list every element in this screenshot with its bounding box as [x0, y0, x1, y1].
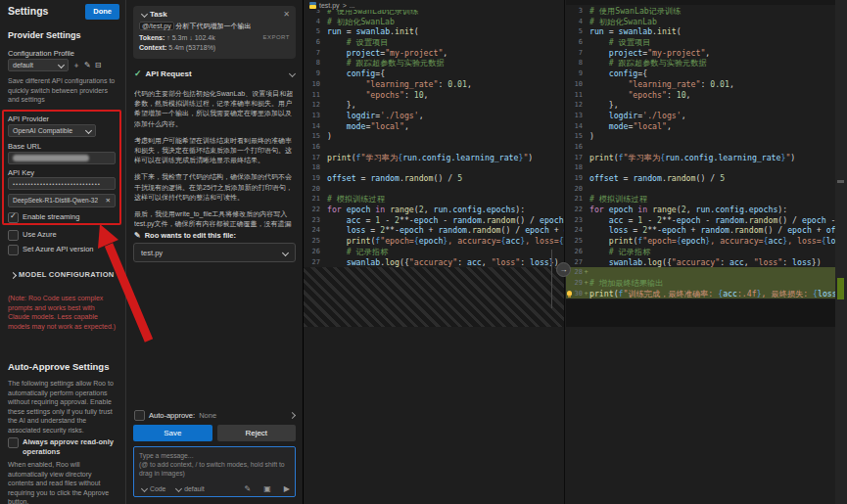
code-line[interactable]: 26 # 记录指标 [566, 247, 847, 257]
close-icon[interactable]: ✕ [106, 196, 111, 206]
scrollbar[interactable] [551, 250, 552, 308]
diff-pane-modified[interactable]: 3# 使用SwanLab记录训练4# 初始化SwanLab5run = swan… [566, 0, 847, 504]
code-line[interactable]: 24 loss = 2**-epoch + random.random() / … [566, 225, 847, 236]
code-line[interactable]: 6 # 设置项目 [566, 37, 847, 48]
code-line[interactable]: 17print(f"学习率为{run.config.learning_rate}… [304, 153, 564, 163]
code-line[interactable]: 10 "learning_rate": 0.01, [304, 79, 564, 90]
reject-button[interactable]: Reject [217, 425, 297, 441]
delete-profile-button[interactable]: ⊟ [95, 61, 102, 70]
code-line[interactable]: 12 }, [566, 100, 847, 111]
code-line[interactable]: 8 # 跟踪超参数与实验元数据 [566, 58, 847, 69]
code-line[interactable]: 27 swanlab.log({"accuracy": acc, "loss":… [304, 257, 564, 268]
checkbox-icon[interactable] [8, 230, 19, 241]
code-line[interactable]: 5run = swanlab.init( [566, 26, 847, 37]
model-configuration-toggle[interactable]: MODEL CONFIGURATION [8, 270, 115, 280]
code-line[interactable]: 13 logdir='./logs', [566, 111, 847, 121]
code-line[interactable]: 30+print(f"训练完成，最终准确率: {acc:.4f}, 最终损失: … [566, 289, 847, 299]
done-button[interactable]: Done [85, 4, 119, 20]
lightbulb-icon[interactable] [567, 291, 572, 296]
checkbox-icon[interactable] [134, 410, 145, 421]
edit-file-dropdown[interactable]: test.py [133, 243, 296, 262]
code-line[interactable]: 22for epoch in range(2, run.config.epoch… [566, 205, 847, 215]
breadcrumb[interactable]: test.py > ... [304, 0, 564, 10]
chevron-down-icon[interactable] [289, 69, 296, 76]
code-line[interactable]: 4# 初始化SwanLab [304, 17, 564, 27]
code-line[interactable]: 14 mode="local", [566, 121, 847, 132]
code-line[interactable]: 22for epoch in range(2, run.config.epoch… [304, 205, 564, 215]
base-url-input[interactable] [8, 152, 116, 164]
profile-select[interactable]: default [8, 59, 69, 71]
code-line[interactable]: 19offset = random.random() / 5 [304, 173, 564, 184]
auto-approve-row[interactable]: Auto-approve: None [134, 410, 295, 421]
code-line[interactable]: 18 [566, 162, 847, 173]
enable-streaming-checkbox-row[interactable]: Enable streaming [8, 212, 79, 223]
code-line[interactable]: 17print(f"学习率为{run.config.learning_rate}… [566, 153, 847, 163]
breadcrumb-more[interactable]: ... [350, 2, 355, 9]
code-line[interactable]: 4# 初始化SwanLab [566, 17, 847, 27]
code-line[interactable]: 25 print(f"epoch={epoch}, accuracy={acc}… [304, 236, 564, 247]
code-line[interactable]: 8 # 跟踪超参数与实验元数据 [304, 58, 564, 69]
code-line[interactable]: 21# 模拟训练过程 [566, 194, 847, 205]
checkbox-checked-icon[interactable] [8, 212, 19, 223]
line-number: 17 [566, 153, 583, 163]
api-profile-select[interactable]: default [173, 484, 204, 493]
code-line[interactable]: 26 # 记录指标 [304, 247, 564, 257]
code-line[interactable]: 12 }, [304, 100, 564, 111]
code-line[interactable]: 28+ [566, 267, 847, 278]
set-azure-version-checkbox-row[interactable]: Set Azure API version [8, 245, 94, 255]
mode-select[interactable]: Code [139, 484, 165, 493]
checkbox-icon[interactable] [8, 245, 19, 255]
api-request-row[interactable]: ✓ API Request [134, 69, 295, 78]
code-line[interactable]: 6 # 设置项目 [304, 37, 564, 48]
use-azure-checkbox-row[interactable]: Use Azure [8, 230, 57, 241]
add-image-icon[interactable]: ▣ [263, 484, 271, 493]
code-line[interactable]: 19offset = random.random() / 5 [566, 173, 847, 184]
close-task-icon[interactable]: ✕ [283, 10, 290, 19]
overview-ruler[interactable] [835, 0, 847, 504]
code-line[interactable]: 7 project="my-project", [566, 48, 847, 59]
code-line[interactable]: 20 [304, 184, 564, 195]
code-line[interactable]: 14 mode="local", [304, 121, 564, 132]
diff-revert-arrow-button[interactable]: → [556, 262, 571, 277]
breadcrumb-file[interactable]: test.py [319, 2, 340, 9]
chevron-right-icon[interactable] [289, 412, 296, 419]
send-icon[interactable]: ▶ [284, 484, 290, 493]
code-line[interactable]: 24 loss = 2**-epoch + random.random() / … [304, 225, 564, 236]
model-chip[interactable]: DeepSeek-R1-Distill-Qwen-32 ✕ [8, 194, 116, 207]
code-text: "epochs": 10, [589, 90, 847, 101]
code-line[interactable]: 23 acc = 1 - 2**-epoch - random.random()… [304, 215, 564, 226]
code-line[interactable]: 11 "epochs": 10, [566, 90, 847, 101]
code-line[interactable]: 27 swanlab.log({"accuracy": acc, "loss":… [566, 257, 847, 268]
code-line[interactable]: 21# 模拟训练过程 [304, 194, 564, 205]
always-approve-checkbox-row[interactable]: Always approve read-only operations [8, 437, 118, 457]
api-provider-select[interactable]: OpenAI Compatible [8, 124, 96, 137]
code-line[interactable]: 16 [304, 142, 564, 153]
save-button[interactable]: Save [133, 425, 212, 441]
code-line[interactable]: 23 acc = 1 - 2**-epoch - random.random()… [566, 215, 847, 226]
code-line[interactable]: 20 [566, 184, 847, 195]
code-line[interactable]: 25 print(f"epoch={epoch}, accuracy={acc}… [566, 236, 847, 247]
code-line[interactable]: 3# 使用SwanLab记录训练 [566, 6, 847, 17]
checkbox-icon[interactable] [8, 437, 19, 448]
diff-pane-original[interactable]: 3# 使用SwanLab记录训练4# 初始化SwanLab5run = swan… [304, 0, 565, 504]
code-line[interactable]: 16 [566, 142, 847, 153]
message-input[interactable]: Type a message... (@ to add context, / t… [133, 446, 296, 497]
edit-profile-button[interactable]: ✎ [84, 61, 91, 70]
export-button[interactable]: EXPORT [262, 34, 290, 41]
task-file-chip[interactable]: @/test.py [139, 22, 174, 30]
code-line[interactable]: 10 "learning_rate": 0.01, [566, 79, 847, 90]
code-line[interactable]: 13 logdir='./logs', [304, 111, 564, 121]
code-line[interactable]: 15) [304, 131, 564, 142]
api-key-input[interactable]: ••••••••••••••••••••••••••••• [8, 177, 116, 190]
enhance-prompt-icon[interactable]: ✎ [245, 484, 252, 493]
code-line[interactable]: 5run = swanlab.init( [304, 26, 564, 37]
code-line[interactable]: 9 config={ [566, 69, 847, 79]
code-line[interactable]: 7 project="my-project", [304, 48, 564, 59]
code-line[interactable]: 29+# 增加最终结果输出 [566, 278, 847, 289]
code-line[interactable]: 9 config={ [304, 69, 564, 79]
code-line[interactable]: 18 [304, 162, 564, 173]
chevron-down-icon[interactable] [141, 11, 148, 18]
add-profile-button[interactable]: ＋ [72, 61, 80, 70]
code-line[interactable]: 15) [566, 131, 847, 142]
code-line[interactable]: 11 "epochs": 10, [304, 90, 564, 101]
